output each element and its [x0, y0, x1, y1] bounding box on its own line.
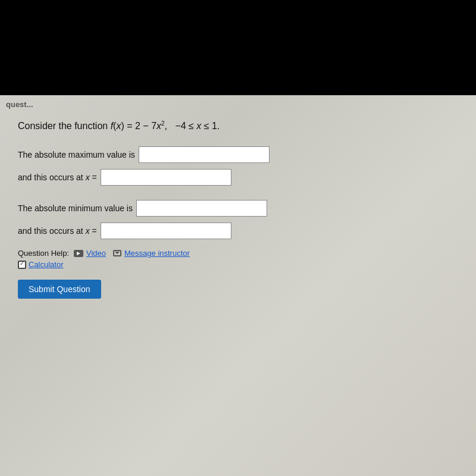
help-label: Question Help: — [18, 249, 69, 258]
spacer — [18, 192, 458, 200]
content-area: quest... Consider the function f(x) = 2 … — [0, 95, 476, 476]
max-x-label: and this occurs at x = — [18, 173, 97, 182]
min-value-label: The absolute minimum value is — [18, 203, 133, 213]
calculator-link[interactable]: Calculator — [29, 260, 64, 269]
min-x-input[interactable] — [101, 223, 231, 239]
question-help-row: Question Help: Video Message instructor — [18, 249, 458, 258]
min-value-group: The absolute minimum value is — [18, 200, 458, 217]
message-icon — [113, 250, 121, 256]
question-text: Consider the function f(x) = 2 − 7x2, −4… — [18, 119, 458, 133]
calculator-row: Calculator — [18, 260, 458, 269]
video-link-label: Video — [86, 249, 106, 258]
max-x-input[interactable] — [101, 169, 231, 186]
message-link-label: Message instructor — [124, 249, 190, 258]
max-value-label: The absolute maximum value is — [18, 150, 135, 159]
min-x-label: and this occurs at x = — [18, 226, 97, 236]
max-value-group: The absolute maximum value is — [18, 146, 458, 163]
question-label: quest... — [6, 100, 33, 109]
message-instructor-link[interactable]: Message instructor — [113, 249, 190, 258]
min-value-input[interactable] — [136, 200, 267, 217]
top-black-bar — [0, 0, 476, 95]
video-link[interactable]: Video — [74, 249, 106, 258]
video-icon — [74, 250, 83, 257]
submit-button[interactable]: Submit Question — [18, 280, 101, 299]
max-value-input[interactable] — [139, 146, 270, 163]
calculator-icon — [18, 261, 26, 269]
max-x-group: and this occurs at x = — [18, 169, 458, 186]
question-function: f(x) = 2 − 7x2, −4 ≤ x ≤ 1. — [111, 121, 220, 131]
question-prefix: Consider the function — [18, 121, 111, 131]
min-x-group: and this occurs at x = — [18, 223, 458, 239]
